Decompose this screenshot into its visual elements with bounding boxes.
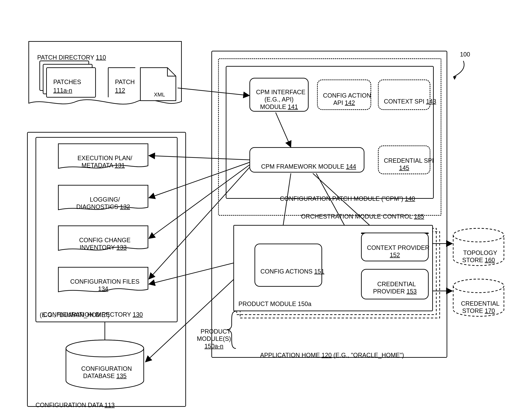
figure-ref-label: 100 — [460, 51, 470, 58]
svg-point-6 — [453, 228, 504, 242]
product-modules-brace-label: PRODUCTMODULE(S)150a-n — [193, 321, 235, 350]
svg-point-7 — [453, 228, 504, 242]
config-item-133: CONFIG CHANGEINVENTORY 133 — [63, 229, 144, 251]
config-action-api-label: CONFIG ACTIONAPI 142 — [320, 85, 369, 106]
svg-point-9 — [453, 279, 504, 293]
config-db-label: CONFIGURATIONDATABASE 135 — [73, 358, 137, 380]
patches-ref: 111a-n — [50, 80, 72, 94]
config-dir-subtitle: (E.G., "DOMAIN_HOME") — [40, 311, 110, 319]
cpm-framework-label: CPM FRAMEWORK MODULE 144 — [254, 156, 360, 170]
cpm-interface-label: CPM INTERFACE(E.G., API)MODULE 141 — [252, 81, 306, 111]
patch-directory-title: PATCH DIRECTORY 110 — [34, 46, 106, 61]
xml-icon: XML — [154, 91, 165, 98]
application-home-title: APPLICATION HOME 120 (E.G., "ORACLE_HOME… — [257, 344, 404, 359]
credential-store-label: CREDENTIALSTORE 170 — [456, 293, 501, 315]
config-item-134: CONFIGURATION FILES134 — [60, 271, 146, 293]
svg-point-8 — [453, 279, 504, 293]
context-provider-label: CONTEXT PROVIDER152 — [364, 237, 426, 259]
config-item-132: LOGGING/DIAGNOSTICS 132 — [63, 189, 144, 210]
orchestration-title: ORCHESTRATION MODULE CONTROL 185 — [298, 205, 424, 220]
config-actions-label: CONFIG ACTIONS 151 — [257, 261, 320, 275]
context-spi-label: CONTEXT SPI 143 — [380, 90, 428, 105]
patch-ref: 112 — [112, 80, 125, 94]
topology-store-label: TOPOLOGYSTORE 160 — [457, 242, 500, 264]
config-data-title: CONFIGURATION DATA 113 — [32, 394, 115, 409]
credential-spi-label: CREDENTIAL SPI145 — [380, 150, 428, 172]
credential-provider-label: CREDENTIALPROVIDER 153 — [364, 273, 426, 295]
cpm-title: CONFIGURATION PATCH MODULE ("CPM") 140 — [276, 188, 415, 202]
config-item-131: EXECUTION PLAN/METADATA 131 — [63, 147, 144, 169]
product-module-title: PRODUCT MODULE 150a — [238, 300, 311, 308]
